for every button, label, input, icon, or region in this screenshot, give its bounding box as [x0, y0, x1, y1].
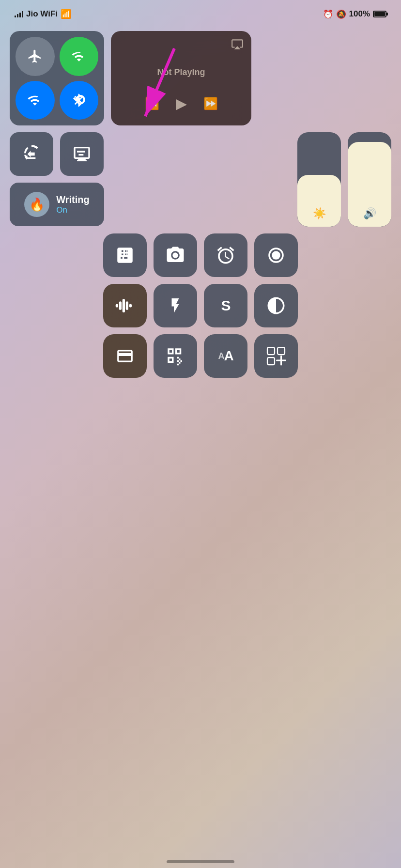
- signal-bar-4: [22, 11, 23, 17]
- svg-rect-12: [267, 357, 275, 365]
- voice-memos-button[interactable]: [103, 284, 147, 327]
- add-control-icon: [266, 346, 286, 366]
- play-button[interactable]: ▶: [176, 95, 187, 112]
- battery-icon: [373, 11, 386, 17]
- status-bar: Jio WiFi 📶 ⏰ 🔕 100%: [0, 0, 401, 26]
- qr-code-icon: [165, 346, 185, 366]
- airplay-button[interactable]: [231, 38, 244, 53]
- hotspot-button[interactable]: [60, 37, 99, 76]
- flashlight-icon: [167, 295, 184, 316]
- airplane-mode-button[interactable]: [15, 37, 55, 76]
- writing-app-name: Writing: [56, 194, 90, 205]
- svg-rect-9: [129, 304, 132, 308]
- third-row: [10, 233, 391, 277]
- fast-forward-button[interactable]: ⏩: [203, 97, 218, 110]
- wallet-icon: [115, 347, 135, 365]
- text-size-button[interactable]: AA: [204, 334, 247, 378]
- svg-rect-6: [119, 301, 122, 310]
- left-controls: 🔥 Writing On: [10, 132, 104, 227]
- qr-code-button[interactable]: [154, 334, 197, 378]
- signal-bars: [15, 11, 23, 17]
- wifi-icon: [27, 93, 43, 108]
- bluetooth-button[interactable]: ⟲: [60, 81, 98, 120]
- control-center: ⟲ Not Playing ⏪ ▶ ⏩: [0, 26, 401, 389]
- status-right: ⏰ 🔕 100%: [323, 9, 386, 19]
- writing-app-icon: 🔥: [24, 192, 49, 217]
- battery-fill: [374, 12, 385, 16]
- camera-icon: [165, 245, 185, 265]
- svg-rect-7: [123, 299, 125, 312]
- svg-point-4: [272, 251, 280, 260]
- brightness-slider[interactable]: ☀️: [297, 132, 341, 227]
- wifi-icon: 📶: [61, 9, 71, 19]
- airplay-icon: [231, 38, 244, 50]
- writing-text: Writing On: [56, 194, 90, 215]
- svg-rect-8: [126, 301, 128, 310]
- add-control-button[interactable]: [254, 334, 298, 378]
- rotation-icon: 🔕: [336, 9, 346, 19]
- flashlight-button[interactable]: [154, 284, 197, 327]
- hotspot-icon: [71, 48, 87, 64]
- small-buttons-row: [10, 132, 104, 176]
- calculator-button[interactable]: [103, 233, 147, 277]
- signal-bar-2: [17, 14, 18, 17]
- rotation-lock-icon: [22, 144, 41, 164]
- second-row: 🔥 Writing On ☀️ 🔊: [10, 132, 391, 227]
- battery-container: [373, 11, 386, 17]
- home-indicator: [167, 860, 234, 863]
- media-widget[interactable]: Not Playing ⏪ ▶ ⏩: [111, 31, 251, 125]
- rotation-lock-button[interactable]: [10, 132, 53, 176]
- wifi-toggle-button[interactable]: [15, 81, 55, 120]
- media-controls: ⏪ ▶ ⏩: [119, 95, 244, 112]
- connectivity-widget[interactable]: ⟲: [10, 31, 104, 125]
- svg-rect-11: [278, 347, 285, 355]
- writing-status: On: [56, 205, 90, 215]
- alarm-icon: ⏰: [323, 9, 333, 19]
- signal-bar-3: [19, 13, 21, 17]
- status-left: Jio WiFi 📶: [15, 9, 71, 19]
- alarm-icon: [216, 245, 236, 265]
- screen-mirror-icon: [72, 144, 92, 164]
- svg-rect-5: [116, 304, 118, 308]
- media-title: Not Playing: [119, 67, 244, 95]
- contrast-icon: [266, 295, 286, 316]
- volume-icon: 🔊: [363, 207, 376, 220]
- rewind-button[interactable]: ⏪: [145, 97, 159, 110]
- bluetooth-icon: [71, 93, 87, 108]
- brightness-icon: ☀️: [313, 207, 326, 220]
- fifth-row: AA: [10, 334, 391, 378]
- writing-on-button[interactable]: 🔥 Writing On: [10, 183, 104, 226]
- svg-point-2: [30, 153, 33, 156]
- camera-button[interactable]: [154, 233, 197, 277]
- voice-memos-icon: [115, 295, 135, 316]
- carrier-name: Jio WiFi: [26, 9, 58, 19]
- volume-slider[interactable]: 🔊: [348, 132, 391, 227]
- wallet-button[interactable]: [103, 334, 147, 378]
- screen-record-button[interactable]: [254, 233, 298, 277]
- alarm-button[interactable]: [204, 233, 247, 277]
- screen-record-icon: [266, 245, 286, 265]
- battery-percent: 100%: [349, 9, 370, 19]
- signal-bar-1: [15, 16, 16, 17]
- media-top: [119, 38, 244, 53]
- airplane-icon: [27, 48, 43, 64]
- top-row: ⟲ Not Playing ⏪ ▶ ⏩: [10, 31, 391, 125]
- shazam-button[interactable]: S: [204, 284, 247, 327]
- sliders: ☀️ 🔊: [297, 132, 391, 227]
- display-contrast-button[interactable]: [254, 284, 298, 327]
- svg-rect-10: [267, 347, 275, 355]
- screen-mirror-button[interactable]: [60, 132, 104, 176]
- fourth-row: S: [10, 284, 391, 327]
- calculator-icon: [115, 245, 135, 265]
